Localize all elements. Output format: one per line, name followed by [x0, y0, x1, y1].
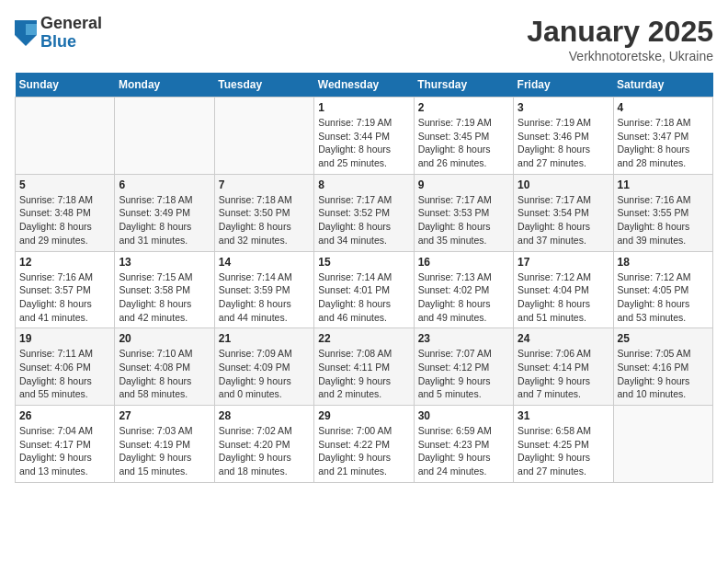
day-number: 18: [618, 256, 709, 269]
day-info: Sunrise: 7:18 AM Sunset: 3:50 PM Dayligh…: [219, 193, 310, 247]
day-number: 23: [418, 332, 509, 345]
calendar-cell: 23Sunrise: 7:07 AM Sunset: 4:12 PM Dayli…: [414, 328, 513, 406]
location-text: Verkhnotoretske, Ukraine: [527, 49, 713, 63]
day-number: 28: [219, 409, 310, 422]
calendar-cell: 17Sunrise: 7:12 AM Sunset: 4:04 PM Dayli…: [514, 251, 613, 328]
day-info: Sunrise: 7:19 AM Sunset: 3:44 PM Dayligh…: [318, 116, 409, 170]
calendar-week-2: 5Sunrise: 7:18 AM Sunset: 3:48 PM Daylig…: [16, 174, 713, 251]
day-info: Sunrise: 7:10 AM Sunset: 4:08 PM Dayligh…: [119, 347, 210, 401]
calendar-cell: 22Sunrise: 7:08 AM Sunset: 4:11 PM Dayli…: [314, 328, 414, 406]
day-number: 29: [318, 409, 409, 422]
calendar-cell: 24Sunrise: 7:06 AM Sunset: 4:14 PM Dayli…: [514, 328, 613, 406]
calendar-cell: 29Sunrise: 7:00 AM Sunset: 4:22 PM Dayli…: [314, 406, 414, 483]
day-number: 3: [518, 101, 609, 114]
weekday-header-saturday: Saturday: [613, 73, 712, 98]
day-info: Sunrise: 6:58 AM Sunset: 4:25 PM Dayligh…: [518, 424, 609, 478]
calendar-cell: 7Sunrise: 7:18 AM Sunset: 3:50 PM Daylig…: [214, 174, 313, 251]
day-info: Sunrise: 7:16 AM Sunset: 3:55 PM Dayligh…: [618, 193, 709, 247]
day-number: 24: [518, 332, 609, 345]
day-number: 21: [219, 332, 310, 345]
calendar-cell: 26Sunrise: 7:04 AM Sunset: 4:17 PM Dayli…: [16, 406, 115, 483]
calendar-cell: 4Sunrise: 7:18 AM Sunset: 3:47 PM Daylig…: [613, 98, 712, 175]
day-number: 19: [19, 332, 110, 345]
calendar-cell: 9Sunrise: 7:17 AM Sunset: 3:53 PM Daylig…: [414, 174, 513, 251]
day-number: 31: [518, 409, 609, 422]
day-info: Sunrise: 7:18 AM Sunset: 3:48 PM Dayligh…: [19, 193, 110, 247]
day-number: 13: [119, 256, 210, 269]
calendar-cell: 21Sunrise: 7:09 AM Sunset: 4:09 PM Dayli…: [214, 328, 313, 406]
day-number: 16: [418, 256, 509, 269]
day-info: Sunrise: 7:18 AM Sunset: 3:47 PM Dayligh…: [618, 116, 709, 170]
day-number: 15: [318, 256, 409, 269]
logo-blue-text: Blue: [40, 33, 102, 52]
day-number: 30: [418, 409, 509, 422]
calendar-cell: 15Sunrise: 7:14 AM Sunset: 4:01 PM Dayli…: [314, 251, 414, 328]
day-info: Sunrise: 7:13 AM Sunset: 4:02 PM Dayligh…: [418, 270, 509, 325]
day-info: Sunrise: 7:09 AM Sunset: 4:09 PM Dayligh…: [219, 347, 310, 401]
day-info: Sunrise: 7:14 AM Sunset: 3:59 PM Dayligh…: [219, 270, 310, 325]
calendar-cell: 1Sunrise: 7:19 AM Sunset: 3:44 PM Daylig…: [314, 98, 414, 175]
weekday-header-tuesday: Tuesday: [214, 73, 313, 98]
day-info: Sunrise: 7:18 AM Sunset: 3:49 PM Dayligh…: [119, 193, 210, 247]
day-number: 25: [618, 332, 709, 345]
calendar-cell: 31Sunrise: 6:58 AM Sunset: 4:25 PM Dayli…: [514, 406, 613, 483]
month-title: January 2025: [527, 15, 713, 49]
day-number: 11: [618, 178, 709, 191]
calendar-week-5: 26Sunrise: 7:04 AM Sunset: 4:17 PM Dayli…: [16, 406, 713, 483]
day-number: 1: [318, 101, 409, 114]
logo-text: General Blue: [40, 15, 102, 52]
day-info: Sunrise: 7:02 AM Sunset: 4:20 PM Dayligh…: [219, 424, 310, 478]
day-info: Sunrise: 7:16 AM Sunset: 3:57 PM Dayligh…: [19, 270, 110, 325]
day-info: Sunrise: 7:03 AM Sunset: 4:19 PM Dayligh…: [119, 424, 210, 478]
calendar-cell: 16Sunrise: 7:13 AM Sunset: 4:02 PM Dayli…: [414, 251, 513, 328]
calendar-cell: 28Sunrise: 7:02 AM Sunset: 4:20 PM Dayli…: [214, 406, 313, 483]
calendar-week-4: 19Sunrise: 7:11 AM Sunset: 4:06 PM Dayli…: [16, 328, 713, 406]
day-info: Sunrise: 7:05 AM Sunset: 4:16 PM Dayligh…: [618, 347, 709, 401]
calendar-cell: 18Sunrise: 7:12 AM Sunset: 4:05 PM Dayli…: [613, 251, 712, 328]
day-number: 14: [219, 256, 310, 269]
day-number: 26: [19, 409, 110, 422]
day-number: 5: [19, 178, 110, 191]
day-number: 7: [219, 178, 310, 191]
day-info: Sunrise: 7:15 AM Sunset: 3:58 PM Dayligh…: [119, 270, 210, 325]
logo-icon: [15, 20, 37, 46]
calendar-cell: [214, 98, 313, 175]
day-info: Sunrise: 7:04 AM Sunset: 4:17 PM Dayligh…: [19, 424, 110, 478]
calendar-cell: 11Sunrise: 7:16 AM Sunset: 3:55 PM Dayli…: [613, 174, 712, 251]
day-info: Sunrise: 7:19 AM Sunset: 3:45 PM Dayligh…: [418, 116, 509, 170]
calendar-cell: [16, 98, 115, 175]
weekday-header-sunday: Sunday: [16, 73, 115, 98]
calendar-cell: [613, 406, 712, 483]
calendar-cell: 6Sunrise: 7:18 AM Sunset: 3:49 PM Daylig…: [115, 174, 214, 251]
day-info: Sunrise: 7:17 AM Sunset: 3:52 PM Dayligh…: [318, 193, 409, 247]
day-info: Sunrise: 7:08 AM Sunset: 4:11 PM Dayligh…: [318, 347, 409, 401]
calendar-cell: 3Sunrise: 7:19 AM Sunset: 3:46 PM Daylig…: [514, 98, 613, 175]
calendar-cell: 30Sunrise: 6:59 AM Sunset: 4:23 PM Dayli…: [414, 406, 513, 483]
weekday-header-monday: Monday: [115, 73, 214, 98]
weekday-header-thursday: Thursday: [414, 73, 513, 98]
page-header: General Blue January 2025 Verkhnotoretsk…: [15, 15, 713, 63]
calendar-cell: 8Sunrise: 7:17 AM Sunset: 3:52 PM Daylig…: [314, 174, 414, 251]
calendar-cell: [115, 98, 214, 175]
calendar-cell: 2Sunrise: 7:19 AM Sunset: 3:45 PM Daylig…: [414, 98, 513, 175]
calendar-table: SundayMondayTuesdayWednesdayThursdayFrid…: [15, 73, 713, 483]
day-info: Sunrise: 7:06 AM Sunset: 4:14 PM Dayligh…: [518, 347, 609, 401]
calendar-cell: 5Sunrise: 7:18 AM Sunset: 3:48 PM Daylig…: [16, 174, 115, 251]
day-number: 20: [119, 332, 210, 345]
day-number: 17: [518, 256, 609, 269]
logo-general-text: General: [40, 15, 102, 33]
calendar-cell: 25Sunrise: 7:05 AM Sunset: 4:16 PM Dayli…: [613, 328, 712, 406]
svg-marker-1: [26, 24, 37, 35]
calendar-cell: 14Sunrise: 7:14 AM Sunset: 3:59 PM Dayli…: [214, 251, 313, 328]
day-number: 6: [119, 178, 210, 191]
day-info: Sunrise: 7:12 AM Sunset: 4:05 PM Dayligh…: [618, 270, 709, 325]
day-info: Sunrise: 7:17 AM Sunset: 3:53 PM Dayligh…: [418, 193, 509, 247]
day-info: Sunrise: 7:19 AM Sunset: 3:46 PM Dayligh…: [518, 116, 609, 170]
day-number: 4: [618, 101, 709, 114]
day-number: 12: [19, 256, 110, 269]
day-info: Sunrise: 7:12 AM Sunset: 4:04 PM Dayligh…: [518, 270, 609, 325]
calendar-cell: 19Sunrise: 7:11 AM Sunset: 4:06 PM Dayli…: [16, 328, 115, 406]
day-info: Sunrise: 6:59 AM Sunset: 4:23 PM Dayligh…: [418, 424, 509, 478]
title-section: January 2025 Verkhnotoretske, Ukraine: [527, 15, 713, 63]
day-number: 9: [418, 178, 509, 191]
